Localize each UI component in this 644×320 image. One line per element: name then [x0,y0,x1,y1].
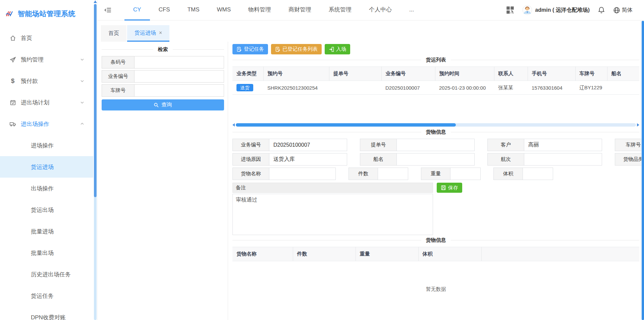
plate-field-row: 车牌号 [102,84,224,97]
sidebar-subitem-batch-exit[interactable]: 批量出场 [0,242,93,264]
cargo-name-pair: 货物名称 [232,168,336,180]
sidebar-scrollbar[interactable] [94,0,97,320]
plate-input[interactable] [134,84,224,97]
weight-field[interactable] [450,168,481,180]
vessel-field[interactable] [396,153,475,166]
send-icon [9,56,16,63]
entry-reason-field[interactable] [269,153,347,166]
table-row[interactable]: 送货 SHRK2025012300254 D20250100007 2025-0… [232,81,639,95]
sidebar-item-gate-plan[interactable]: 进出场计划 [0,92,93,113]
scroll-left-arrow-icon[interactable] [232,123,235,127]
horizontal-scrollbar[interactable] [232,123,639,127]
cargo-info-section: 货物信息 [232,129,639,135]
language-switcher[interactable]: 简体 [613,7,633,14]
plate-label: 车牌号 [102,84,135,97]
col-contact: 联系人 [494,67,528,81]
topnav-more[interactable]: ... [400,0,423,20]
sidebar-item-prepayment[interactable]: $ 预付款 [0,70,93,92]
save-button-label: 保存 [448,185,458,191]
cell-vessel [607,81,639,95]
user-menu[interactable]: admin ( 远洋仓配堆场) [522,5,590,15]
query-button[interactable]: 查询 [102,99,224,110]
sidebar-subitem-history-tasks[interactable]: 历史进出场任务 [0,264,93,285]
sidebar-scrollbar-thumb[interactable] [94,4,97,197]
qr-code-icon[interactable] [506,6,514,14]
business-no-field-row: 业务编号 [102,70,224,83]
pieces-field[interactable] [378,168,408,180]
main-area: CY CFS TMS WMS 物料管理 商财管理 系统管理 个人中心 ... [97,0,644,320]
sidebar-subitem-exit-operation[interactable]: 出场操作 [0,178,93,199]
col-cargo-name: 货物名称 [232,247,293,261]
topnav-cy[interactable]: CY [124,0,150,20]
sidebar-subitem-freight-entry[interactable]: 货运进场 [0,156,93,178]
field-label: 航次 [487,153,524,166]
sidebar-item-reservation[interactable]: 预约管理 [0,49,93,70]
business-no-pair: 业务编号 [232,139,347,151]
enter-yard-button[interactable]: 入场 [325,44,350,54]
sidebar-subitem-freight-tasks[interactable]: 货运任务 [0,285,93,307]
sidebar-subitem-freight-exit[interactable]: 货运出场 [0,199,93,221]
cargo-form-row-3: 货物名称 件数 重量 体积 [232,168,639,180]
field-label: 进场原因 [232,153,269,166]
sidebar-item-label: 出场操作 [31,185,54,192]
language-label: 简体 [622,7,633,14]
business-no-field[interactable] [269,139,347,151]
cell-phone: 15763301604 [528,81,575,95]
voyage-field[interactable] [524,153,602,166]
bl-no-field[interactable] [396,139,475,151]
barcode-label: 条码号 [102,56,135,68]
topnav-finance[interactable]: 商财管理 [280,0,320,20]
chevron-down-icon [80,57,85,62]
topnav-tms[interactable]: TMS [179,0,208,20]
horizontal-scrollbar-thumb[interactable] [236,123,456,127]
volume-field[interactable] [523,168,553,180]
page-scrollbar[interactable] [641,21,644,320]
business-no-input[interactable] [134,70,224,83]
page-scrollbar-thumb[interactable] [642,21,644,320]
scroll-right-arrow-icon[interactable] [637,123,639,127]
topnav-personal[interactable]: 个人中心 [360,0,400,20]
tab-home[interactable]: 首页 [101,25,126,42]
search-title: 检索 [158,46,168,53]
enter-yard-label: 入场 [336,46,346,52]
freight-list-title: 货运列表 [426,57,446,63]
sidebar-subitem-entry-operation[interactable]: 进场操作 [0,135,93,156]
registered-task-list-button[interactable]: 已登记任务列表 [271,44,322,54]
sidebar-item-gate-operation[interactable]: 进出场操作 [0,113,93,135]
cell-reservation-no: SHRK2025012300254 [263,81,329,95]
register-task-button[interactable]: 登记任务 [232,44,268,54]
field-label: 货物品类 [615,153,644,166]
field-label: 重量 [421,168,450,180]
bell-icon[interactable] [598,6,605,14]
barcode-input[interactable] [134,56,224,68]
sidebar-item-label: 货运任务 [31,292,54,300]
topnav-cfs[interactable]: CFS [150,0,179,20]
sidebar-item-label: 进场操作 [31,142,54,149]
cargo-form-row-1: 业务编号 提单号 客户 车牌号 [232,139,639,151]
register-task-label: 登记任务 [244,46,264,52]
topnav-system[interactable]: 系统管理 [320,0,360,20]
customer-field[interactable] [524,139,602,151]
field-label: 体积 [493,168,523,180]
tab-label: 首页 [108,30,119,37]
cargo-category-pair: 货物品类 [615,153,644,166]
bl-no-pair: 提单号 [360,139,475,151]
topnav-material[interactable]: 物料管理 [239,0,280,20]
close-icon[interactable]: × [159,30,162,36]
cargo-table-header: 货物名称 件数 重量 体积 [232,247,639,261]
sidebar-subitem-dpn-billing[interactable]: DPN收费对账 [0,307,93,320]
collapse-sidebar-icon[interactable] [104,6,112,14]
dollar-icon: $ [9,78,16,84]
cargo-table: 货物名称 件数 重量 体积 [232,247,639,261]
save-button[interactable]: 保存 [437,183,462,193]
topnav-wms[interactable]: WMS [208,0,240,20]
business-no-label: 业务编号 [102,70,135,83]
tab-freight-entry[interactable]: 货运进场 × [127,25,169,42]
scroll-up-arrow-icon[interactable] [94,0,97,3]
remark-textarea[interactable]: 审核通过 [232,194,433,235]
sidebar-item-home[interactable]: 首页 [0,27,93,49]
truck-icon [9,121,16,127]
cargo-name-field[interactable] [269,168,336,180]
sidebar-subitem-batch-entry[interactable]: 批量进场 [0,221,93,242]
cargo-table-section: 货物信息 [232,237,639,243]
